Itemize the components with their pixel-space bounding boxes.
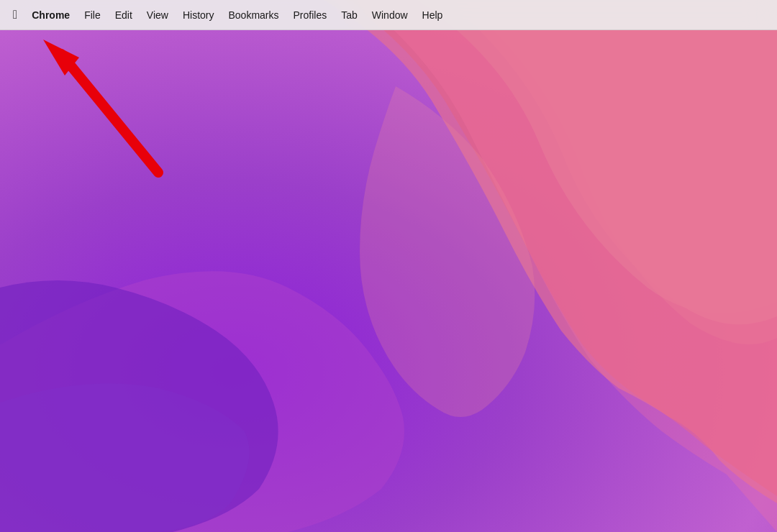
window-menu[interactable]: Window <box>365 6 415 24</box>
edit-menu[interactable]: Edit <box>108 6 140 24</box>
apple-menu[interactable]:  <box>6 5 24 25</box>
desktop-background <box>0 0 777 532</box>
history-menu[interactable]: History <box>176 6 222 24</box>
profiles-menu[interactable]: Profiles <box>286 6 335 24</box>
tab-menu[interactable]: Tab <box>334 6 365 24</box>
view-menu[interactable]: View <box>140 6 176 24</box>
help-menu[interactable]: Help <box>415 6 450 24</box>
file-menu[interactable]: File <box>77 6 108 24</box>
chrome-menu[interactable]: Chrome <box>24 6 77 24</box>
bookmarks-menu[interactable]: Bookmarks <box>221 6 286 24</box>
menubar:  Chrome File Edit View History Bookmark… <box>0 0 777 30</box>
